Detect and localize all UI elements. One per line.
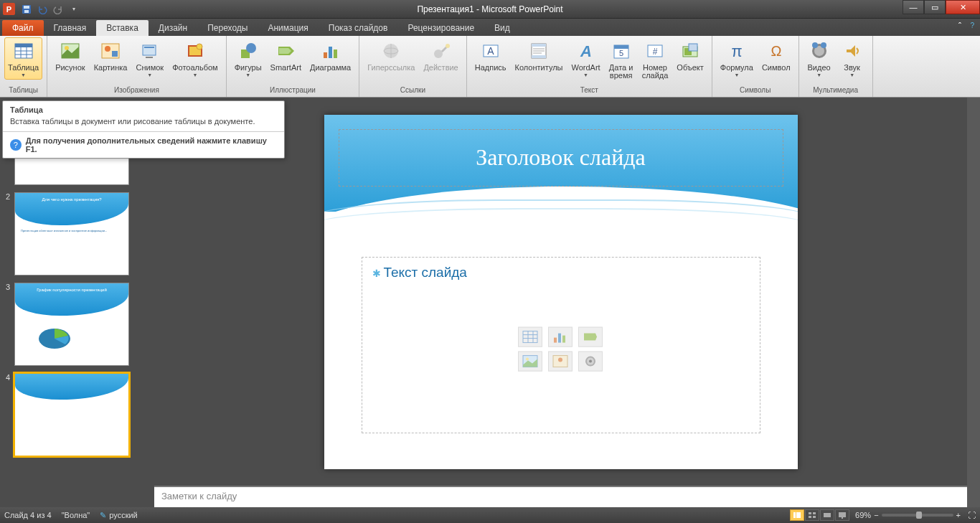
zoom-slider[interactable] (882, 514, 953, 517)
wordart-button[interactable]: AWordArt▼ (568, 37, 604, 80)
photoalbum-button[interactable]: Фотоальбом▼ (169, 37, 222, 80)
zoom-level[interactable]: 69% (855, 511, 871, 519)
reading-view-button[interactable] (820, 509, 834, 521)
svg-rect-54 (523, 331, 537, 343)
theme-name[interactable]: "Волна" (62, 511, 90, 519)
svg-rect-70 (793, 512, 796, 518)
help-icon[interactable]: ˆ (958, 22, 961, 32)
slidenum-button[interactable]: #Номерслайда (639, 37, 672, 82)
svg-rect-61 (562, 336, 565, 343)
tab-анимация[interactable]: Анимация (258, 20, 318, 36)
zoom-out-button[interactable]: − (874, 511, 878, 519)
chart-button[interactable]: Диаграмма (306, 37, 354, 74)
save-icon[interactable] (19, 2, 34, 17)
audio-button[interactable]: Звук▼ (837, 37, 868, 80)
status-bar: Слайд 4 из 4 "Волна" ✎ русский 69% − + ⛶ (0, 507, 980, 523)
group-label: Символы (717, 85, 794, 95)
svg-point-21 (246, 43, 256, 53)
screenshot-button[interactable]: Снимок▼ (132, 37, 167, 80)
svg-text:5: 5 (619, 49, 623, 57)
title-placeholder[interactable]: Заголовок слайда (339, 129, 783, 187)
svg-rect-16 (144, 47, 154, 48)
window-title: Презентация1 - Microsoft PowerPoint (417, 4, 562, 14)
svg-rect-34 (532, 55, 546, 58)
svg-point-29 (446, 44, 450, 48)
language-indicator[interactable]: ✎ русский (100, 511, 137, 520)
dropdown-arrow-icon: ▼ (849, 72, 854, 77)
redo-icon[interactable] (51, 2, 65, 17)
notes-pane[interactable]: Заметки к слайду (154, 486, 967, 507)
thumbnail-slide[interactable] (14, 373, 129, 456)
slide[interactable]: Заголовок слайда Текст слайда (324, 115, 798, 469)
headerfooter-button[interactable]: Колонтитулы (512, 37, 567, 74)
insert-smartart-icon[interactable] (578, 327, 603, 347)
insert-table-icon[interactable] (518, 327, 542, 347)
shapes-button[interactable]: Фигуры▼ (231, 37, 265, 80)
thumbnail-slide[interactable]: Для чего нужна презентация?Презентации о… (14, 192, 129, 275)
tab-вставка[interactable]: Вставка (96, 20, 149, 36)
ribbon-group-иллюстрации: Фигуры▼SmartArtДиаграммаИллюстрации (227, 36, 360, 97)
insert-chart-icon[interactable] (548, 327, 573, 347)
insert-picture-icon[interactable] (518, 352, 542, 372)
normal-view-button[interactable] (790, 509, 804, 521)
thumbnail-3[interactable]: 3График популярности презентаций (3, 283, 154, 366)
clipart-button[interactable]: Картинка (90, 37, 131, 74)
insert-clipart-icon[interactable] (548, 352, 573, 372)
equation-button[interactable]: πФормула▼ (717, 37, 757, 80)
slideshow-view-button[interactable] (835, 509, 849, 521)
textbox-button[interactable]: AНадпись (471, 37, 510, 74)
tab-показ слайдов[interactable]: Показ слайдов (319, 20, 398, 36)
title-placeholder-text: Заголовок слайда (476, 144, 646, 171)
video-button[interactable]: Видео▼ (804, 37, 835, 80)
thumbnail-4[interactable]: 4 (3, 373, 154, 456)
table-icon (12, 39, 35, 62)
thumbnail-panel[interactable]: 1Разработка презентации2Для чего нужна п… (0, 98, 154, 507)
content-placeholder-text: Текст слайда (372, 265, 750, 281)
dropdown-arrow-icon: ▼ (816, 72, 821, 77)
table-button[interactable]: Таблица▼ (4, 37, 42, 80)
svg-rect-4 (15, 44, 32, 47)
dropdown-arrow-icon: ▼ (192, 72, 197, 77)
zoom-in-button[interactable]: + (956, 511, 961, 519)
datetime-button[interactable]: 5Дата ивремя (606, 37, 637, 82)
symbol-button[interactable]: ΩСимвол (758, 37, 794, 74)
picture-button[interactable]: Рисунок (52, 37, 89, 74)
close-button[interactable]: ✕ (946, 0, 980, 14)
group-label: Текст (471, 85, 707, 95)
photoalbum-icon (184, 39, 207, 62)
tooltip: Таблица Вставка таблицы в документ или р… (2, 100, 285, 159)
sorter-view-button[interactable] (805, 509, 819, 521)
content-icons (518, 327, 604, 372)
thumbnail-slide[interactable]: График популярности презентаций (14, 283, 129, 366)
object-icon (679, 39, 702, 62)
tooltip-body: Вставка таблицы в документ или рисование… (3, 116, 284, 131)
insert-media-icon[interactable] (578, 352, 603, 372)
undo-icon[interactable] (35, 2, 50, 17)
fit-to-window-button[interactable]: ⛶ (968, 511, 976, 519)
thumbnail-number: 2 (3, 192, 11, 275)
maximize-button[interactable]: ▭ (924, 0, 946, 14)
tab-переходы[interactable]: Переходы (197, 20, 258, 36)
equation-label: Формула (720, 64, 753, 72)
tab-дизайн[interactable]: Дизайн (149, 20, 197, 36)
smartart-button[interactable]: SmartArt (267, 37, 305, 74)
tab-вид[interactable]: Вид (484, 20, 520, 36)
slide-counter[interactable]: Слайд 4 из 4 (4, 511, 52, 519)
clipart-icon (99, 39, 122, 62)
content-placeholder[interactable]: Текст слайда (362, 257, 760, 433)
vertical-scrollbar[interactable] (967, 98, 980, 507)
headerfooter-icon (527, 39, 550, 62)
ribbon-help-icon[interactable]: ? (970, 22, 974, 29)
thumbnail-2[interactable]: 2Для чего нужна презентация?Презентации … (3, 192, 154, 275)
tab-file[interactable]: Файл (2, 20, 44, 36)
qat-dropdown-icon[interactable]: ▾ (67, 2, 81, 17)
tab-главная[interactable]: Главная (44, 20, 97, 36)
object-button[interactable]: Объект (673, 37, 707, 74)
workspace: 1Разработка презентации2Для чего нужна п… (0, 98, 980, 507)
minimize-button[interactable]: — (903, 0, 924, 14)
chart-icon (319, 39, 342, 62)
svg-point-19 (197, 44, 202, 50)
svg-rect-76 (824, 513, 831, 517)
quick-access-toolbar: ▾ (19, 2, 81, 17)
tab-рецензирование[interactable]: Рецензирование (397, 20, 484, 36)
